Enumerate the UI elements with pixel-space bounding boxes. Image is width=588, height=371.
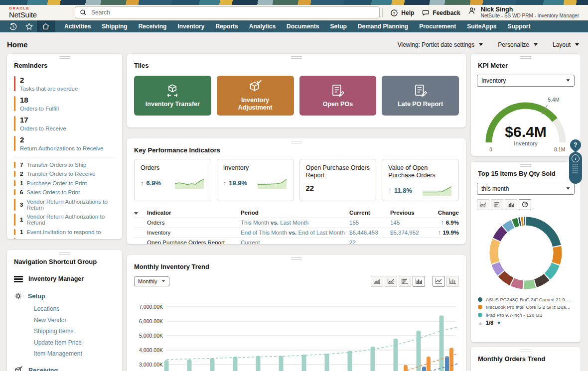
viewing-dropdown[interactable]: Viewing: Portlet date settings [398, 41, 483, 48]
svg-text:5,000.00K: 5,000.00K [139, 332, 163, 338]
reminder-item-sales-orders-to-print[interactable]: 6 Sales Orders to Print [14, 189, 115, 195]
kpi-card-label: Open Purchase Orders Report [306, 164, 370, 179]
legend-item[interactable]: iPad Pro 9.7-inch - 128 GB [478, 312, 574, 318]
kpi-card-inventory[interactable]: Inventory↑19.9% [217, 159, 294, 201]
reminder-count: 3 [20, 202, 23, 208]
panel-drag-handle[interactable] [291, 141, 302, 143]
line-chart-icon[interactable] [433, 276, 445, 287]
nav-item-demand-planning[interactable]: Demand Planning [352, 20, 414, 32]
nav-item-analytics[interactable]: Analytics [244, 20, 281, 32]
panel-drag-handle[interactable] [520, 164, 531, 167]
nav-item-inventory[interactable]: Inventory [172, 20, 210, 32]
tile-inventory-transfer[interactable]: Inventory Transfer [134, 76, 211, 116]
pager-up-icon[interactable]: ▲ [478, 320, 483, 326]
multi-line-chart-icon[interactable] [385, 276, 397, 287]
tile-late-po-report[interactable]: Late PO Report [382, 76, 459, 116]
reminder-item-transfer-orders-to-ship[interactable]: 7 Transfer Orders to Ship [14, 162, 115, 168]
panel-drag-handle[interactable] [291, 257, 302, 260]
nav-item-procurement[interactable]: Procurement [414, 20, 461, 32]
hbar-chart-icon[interactable] [399, 276, 411, 287]
shortcut-link-update-item-price[interactable]: Update Item Price [34, 339, 115, 347]
top-items-period-select[interactable]: this month [477, 183, 575, 195]
kpi-table-header: IndicatorPeriodCurrentPreviousChange [134, 208, 459, 218]
kpi-card-open-purchase-orders-report[interactable]: Open Purchase Orders Report22 [299, 159, 377, 201]
shortcut-section-header-setup[interactable]: Setup [14, 292, 115, 300]
shortcut-link-shipping-items[interactable]: Shipping Items [34, 327, 115, 335]
history-icon[interactable] [5, 20, 21, 32]
kpi-card-orders[interactable]: Orders↑6.9% [134, 159, 211, 201]
reminder-item-orders-to-fulfill[interactable]: 18 Orders to Fulfill [14, 95, 115, 115]
reminder-item-tasks-to-complete[interactable]: 2 Tasks to complete [14, 238, 115, 239]
trend-period-select[interactable]: Monthly [134, 276, 169, 286]
legend-item[interactable]: ASUS PG348Q RoG 34" Curved 21:9 QHD IP..… [478, 297, 574, 302]
shortcut-group-inventory-manager[interactable]: Inventory Manager [14, 275, 115, 284]
hbar-chart-icon[interactable] [491, 199, 503, 210]
layout-dropdown[interactable]: Layout [553, 41, 579, 48]
reminder-label: Sales Orders to Print [26, 189, 80, 195]
personalize-dropdown[interactable]: Personalize [498, 41, 538, 48]
nav-item-suiteapps[interactable]: SuiteApps [461, 20, 502, 32]
severity-bar [14, 189, 15, 195]
legend-label: ASUS PG348Q RoG 34" Curved 21:9 QHD IP..… [486, 297, 572, 302]
column-chart-icon[interactable] [505, 199, 517, 210]
reminder-item-tasks-that-are-overdue[interactable]: 2 Tasks that are overdue [14, 75, 115, 95]
multi-line-chart-icon[interactable] [477, 199, 489, 210]
main-nav: ActivitiesShippingReceivingInventoryRepo… [0, 20, 588, 32]
shortcut-link-new-vendor[interactable]: New Vendor [34, 316, 115, 324]
chevron-down-icon [575, 43, 579, 46]
kpi-table-row-inventory[interactable]: InventoryEnd of This Month vs. End of La… [134, 228, 459, 238]
reminder-item-return-authorizations-to-receive[interactable]: 2 Return Authorizations to Receive [14, 135, 115, 155]
up-arrow-icon: ↑ [388, 187, 392, 194]
kpi-table-row-open-purchase-orders-report[interactable]: Open Purchase Orders ReportCurrent 22 [134, 238, 459, 245]
reminder-item-orders-to-receive[interactable]: 17 Orders to Receive [14, 115, 115, 135]
pie-chart-icon[interactable] [519, 199, 531, 210]
kpi-meter-select[interactable]: Inventory [477, 75, 575, 87]
help-pill[interactable]: i [569, 152, 582, 184]
area-chart-icon[interactable] [371, 276, 383, 287]
home-icon[interactable] [37, 20, 55, 32]
column-chart-icon[interactable] [413, 276, 425, 287]
feedback-button[interactable]: Feedback [422, 9, 460, 16]
help-pin-icon[interactable]: ? [568, 137, 583, 152]
severity-bar [14, 76, 15, 91]
reminder-item-event-invitation-to-respond-to[interactable]: 1 Event Invitation to respond to [14, 229, 115, 235]
panel-drag-handle[interactable] [291, 56, 302, 59]
favorites-star-icon[interactable] [21, 20, 37, 32]
nav-item-activities[interactable]: Activities [59, 20, 96, 32]
top-bar: ORACLE NetSuite ? Help [0, 5, 588, 20]
kpi-card-value-of-open-purchase-orders[interactable]: Value of Open Purchase Orders↑11.8% [382, 159, 459, 201]
panel-drag-handle[interactable] [520, 56, 531, 59]
dashboard-columns: Reminders 2 Tasks that are overdue 18 Or… [0, 54, 588, 371]
table-filter-caret-icon[interactable] [134, 212, 138, 215]
shortcut-section-header-receiving[interactable]: Receiving [14, 366, 115, 371]
nav-item-setup[interactable]: Setup [324, 20, 352, 32]
nav-item-support[interactable]: Support [502, 20, 536, 32]
panel-drag-handle[interactable] [520, 350, 531, 352]
help-button[interactable]: ? Help [390, 9, 414, 17]
shortcut-link-locations[interactable]: Locations [34, 305, 115, 313]
reminder-item-vendor-return-authorizations-to-return[interactable]: 3 Vendor Return Authorizations to Return [14, 199, 115, 211]
tile-inventory-adjustment[interactable]: Inventory Adjustment [217, 76, 294, 116]
oracle-netsuite-logo[interactable]: ORACLE NetSuite [9, 6, 37, 19]
reminder-count: 18 [20, 96, 115, 105]
reminder-item-purchase-order-to-print[interactable]: 1 Purchase Order to Print [14, 180, 115, 186]
panel-drag-handle[interactable] [59, 252, 70, 255]
reminder-item-vendor-return-authorization-to-refund[interactable]: 1 Vendor Return Authorization to Refund [14, 214, 115, 226]
legend-item[interactable]: MacBook Pro Intel Core i5 2 GHz Dual-Cor… [478, 304, 574, 310]
nav-item-reports[interactable]: Reports [210, 20, 243, 32]
shortcut-link-item-management[interactable]: Item Management [34, 350, 115, 358]
user-menu[interactable]: Nick Singh NetSuite - SS WD PRM - Invent… [468, 6, 579, 19]
nav-item-receiving[interactable]: Receiving [133, 20, 172, 32]
kpi-table-row-orders[interactable]: OrdersThis Month vs. Last Month 155145↑6… [134, 218, 459, 228]
nav-item-documents[interactable]: Documents [281, 20, 324, 32]
pager-down-icon[interactable]: ▼ [496, 320, 501, 326]
reminder-item-transfer-orders-to-receive[interactable]: 2 Transfer Orders to Receive [14, 171, 115, 177]
severity-bar [14, 238, 15, 239]
global-search[interactable] [75, 6, 380, 18]
kpi-sparkline [174, 177, 205, 189]
tile-open-pos[interactable]: Open POs [299, 76, 377, 116]
search-input[interactable] [90, 8, 375, 16]
nav-item-shipping[interactable]: Shipping [96, 20, 133, 32]
column-3d-chart-icon[interactable] [446, 276, 459, 287]
panel-drag-handle[interactable] [59, 56, 70, 59]
